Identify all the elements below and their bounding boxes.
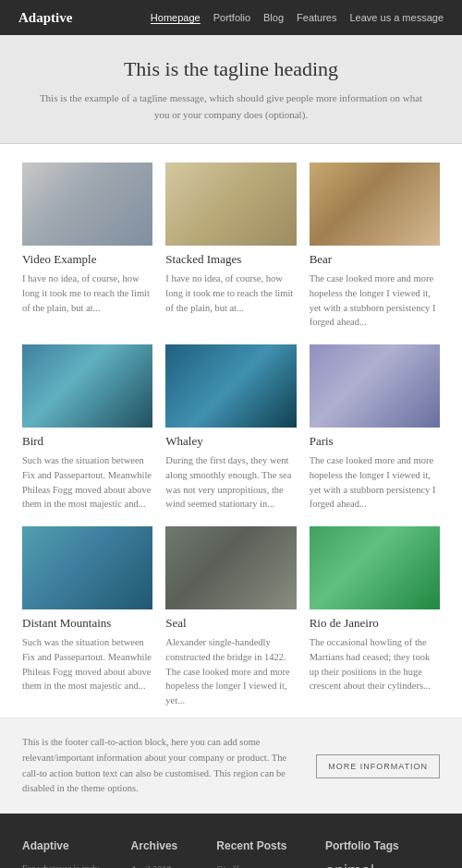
grid-title-7: Seal	[165, 616, 296, 631]
footer-col-posts: Recent Posts Giraffe My Trip to Japan Pe…	[216, 839, 316, 868]
grid-item-8[interactable]: Rio de Janeiro The occasional howling of…	[310, 526, 440, 708]
footer-col-about: Adaptive For whatever is truly wondrous …	[22, 839, 122, 868]
hero-heading: This is the tagline heading	[37, 57, 425, 81]
footer-archive-link-0[interactable]: April 2013	[131, 862, 208, 868]
grid-title-5: Paris	[310, 434, 440, 449]
grid-item-7[interactable]: Seal Alexander single-handedly construct…	[165, 526, 296, 708]
grid-item-6[interactable]: Distant Mountains Such was the situation…	[22, 526, 152, 708]
footer-col-about-text: For whatever is truly wondrous and fearf…	[22, 862, 122, 868]
footer-columns: Adaptive For whatever is truly wondrous …	[22, 839, 440, 868]
nav-blog[interactable]: Blog	[263, 12, 284, 24]
footer-col-tags: Portfolio Tags animal apartment example …	[325, 839, 440, 868]
grid-image-4	[165, 344, 296, 428]
grid-desc-2: The case looked more and more hopeless t…	[310, 271, 440, 330]
footer-post-link-0[interactable]: Giraffe	[216, 862, 316, 868]
grid-desc-3: Such was the situation between Fix and P…	[22, 453, 152, 512]
grid-item-5[interactable]: Paris The case looked more and more hope…	[310, 344, 440, 512]
grid-image-5	[310, 344, 440, 428]
footer-col-about-title: Adaptive	[22, 839, 122, 852]
grid-title-3: Bird	[22, 434, 152, 449]
grid-title-6: Distant Mountains	[22, 616, 152, 631]
grid-title-8: Rio de Janeiro	[310, 616, 440, 631]
tag-animal[interactable]: animal	[325, 862, 374, 868]
site-footer: Adaptive For whatever is truly wondrous …	[0, 814, 462, 868]
grid-item-4[interactable]: Whaley During the first days, they went …	[165, 344, 296, 512]
grid-title-4: Whaley	[165, 434, 296, 449]
grid-desc-5: The case looked more and more hopeless t…	[310, 453, 440, 512]
grid-desc-7: Alexander single-handedly constructed th…	[165, 635, 296, 708]
nav-contact[interactable]: Leave us a message	[349, 12, 444, 24]
more-information-button[interactable]: MORE INFORMATION	[316, 754, 440, 778]
footer-col-archives: Archives April 2013 March 2012 January 2…	[131, 839, 208, 868]
grid-desc-0: I have no idea, of course, how long it t…	[22, 271, 152, 315]
grid-item-0[interactable]: Video Example I have no idea, of course,…	[22, 163, 152, 330]
grid-image-6	[22, 526, 152, 609]
grid-image-7	[165, 526, 296, 609]
portfolio-grid: Video Example I have no idea, of course,…	[0, 144, 462, 717]
grid-image-8	[310, 526, 440, 609]
header: Adaptive Homepage Portfolio Blog Feature…	[0, 0, 462, 35]
hero-section: This is the tagline heading This is the …	[0, 35, 462, 144]
grid-image-1	[165, 163, 296, 246]
main-nav: Homepage Portfolio Blog Features Leave u…	[151, 12, 444, 24]
grid-desc-6: Such was the situation between Fix and P…	[22, 635, 152, 693]
footer-cta-text: This is the footer call-to-action block,…	[22, 735, 303, 797]
grid-container: Video Example I have no idea, of course,…	[22, 163, 440, 708]
grid-desc-1: I have no idea, of course, how long it t…	[165, 271, 296, 315]
footer-col-archives-title: Archives	[131, 839, 208, 852]
grid-image-2	[310, 163, 440, 246]
nav-homepage[interactable]: Homepage	[151, 12, 201, 24]
site-logo[interactable]: Adaptive	[18, 10, 72, 26]
footer-cta-section: This is the footer call-to-action block,…	[0, 717, 462, 814]
grid-image-3	[22, 344, 152, 428]
grid-image-0	[22, 163, 152, 246]
portfolio-tags-container: animal apartment example place alone	[325, 862, 440, 868]
grid-item-3[interactable]: Bird Such was the situation between Fix …	[22, 344, 152, 512]
hero-subtext: This is the example of a tagline message…	[37, 90, 425, 123]
grid-title-0: Video Example	[22, 252, 152, 267]
grid-item-2[interactable]: Bear The case looked more and more hopel…	[310, 163, 440, 330]
grid-desc-4: During the first days, they went along s…	[165, 453, 296, 512]
grid-item-1[interactable]: Stacked Images I have no idea, of course…	[165, 163, 296, 330]
grid-title-2: Bear	[310, 252, 440, 267]
nav-portfolio[interactable]: Portfolio	[213, 12, 250, 24]
footer-col-posts-title: Recent Posts	[216, 839, 316, 852]
footer-col-tags-title: Portfolio Tags	[325, 839, 440, 852]
nav-features[interactable]: Features	[297, 12, 336, 24]
grid-desc-8: The occasional howling of the Martians h…	[310, 635, 440, 693]
grid-title-1: Stacked Images	[165, 252, 296, 267]
